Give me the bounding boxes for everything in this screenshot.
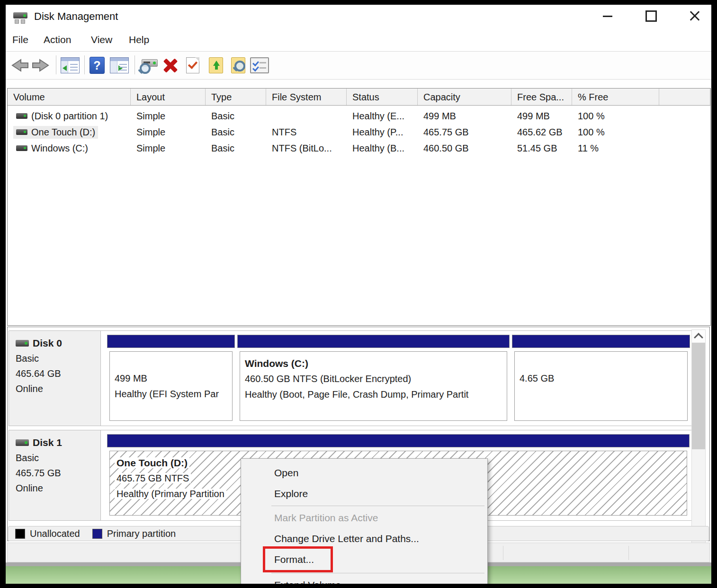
delete-x-icon [162, 57, 179, 73]
explore-button[interactable] [227, 55, 249, 75]
disk-name: Disk 0 [33, 338, 62, 349]
disk-0-label[interactable]: Disk 0 Basic 465.64 GB Online [9, 331, 101, 426]
minimize-button[interactable] [597, 8, 618, 25]
volume-drive-icon [16, 129, 27, 135]
forward-arrow-icon [32, 58, 50, 72]
col-layout[interactable]: Layout [131, 89, 206, 105]
properties-button[interactable] [248, 55, 271, 75]
mark-document-button[interactable] [183, 55, 203, 75]
unallocated-swatch [15, 529, 25, 539]
partition-name: One Touch (D:) [115, 457, 189, 468]
maximize-button[interactable] [640, 8, 662, 25]
col-status[interactable]: Status [347, 89, 418, 105]
col-capacity[interactable]: Capacity [418, 89, 511, 105]
scrollbar-thumb[interactable] [692, 343, 705, 449]
cell-free-space: 499 MB [511, 111, 572, 122]
close-button[interactable] [684, 8, 706, 25]
open-folder-icon [209, 57, 223, 73]
back-button[interactable] [9, 55, 30, 75]
unallocated-label: Unallocated [30, 528, 80, 539]
menu-action[interactable]: Action [40, 33, 75, 49]
maximize-icon [645, 10, 657, 22]
frame-top [0, 0, 717, 5]
partition-size: 465.75 GB NTFS [115, 473, 191, 483]
disk-status: Online [16, 483, 100, 494]
menu-file[interactable]: File [9, 33, 32, 49]
frame-left [0, 0, 6, 588]
scroll-up-button[interactable] [692, 330, 705, 342]
explore-folder-icon [231, 57, 245, 73]
disk-1-label[interactable]: Disk 1 Basic 465.75 GB Online [9, 430, 101, 520]
partition-recovery[interactable]: 4.65 GB [512, 335, 690, 422]
cell-free-space: 51.45 GB [511, 143, 572, 154]
col-filler [659, 89, 710, 105]
disk-size: 465.64 GB [16, 368, 100, 379]
disk-icon [16, 439, 29, 446]
disk-kind: Basic [16, 353, 100, 364]
col-type[interactable]: Type [206, 89, 266, 105]
volume-table-header: Volume Layout Type File System Status Ca… [8, 89, 710, 106]
delete-button[interactable] [160, 55, 181, 75]
partition-status: Healthy (Boot, Page File, Crash Dump, Pr… [245, 387, 507, 402]
menu-item-explore[interactable]: Explore [241, 483, 487, 504]
title-bar: Disk Management [6, 5, 711, 29]
partition-context-menu: Open Explore Mark Partition as Active Ch… [241, 458, 488, 588]
cell-pct-free: 11 % [572, 143, 659, 154]
partition-efi[interactable]: 499 MB Healthy (EFI System Par [107, 335, 235, 422]
show-action-pane-button[interactable] [108, 55, 131, 75]
disk-drive-app-icon [13, 10, 28, 25]
cell-pct-free: 100 % [572, 127, 659, 138]
open-button[interactable] [206, 55, 226, 75]
cell-type: Basic [206, 143, 266, 154]
menu-item-open[interactable]: Open [241, 463, 487, 483]
help-icon: ? [90, 57, 105, 74]
volume-name: Windows (C:) [31, 143, 88, 154]
screenshot-canvas: { "window": { "title": "Disk Management"… [0, 0, 717, 588]
scan-disk-icon [140, 57, 158, 73]
properties-checklist-icon [250, 57, 269, 73]
cell-layout: Simple [131, 127, 206, 138]
menu-help[interactable]: Help [125, 33, 153, 49]
col-free-space[interactable]: Free Spa... [511, 89, 572, 105]
cell-status: Healthy (P... [347, 127, 418, 138]
back-arrow-icon [11, 58, 29, 72]
disk-0-row: Disk 0 Basic 465.64 GB Online 499 MB Hea… [9, 330, 692, 426]
menu-item-mark-partition-active: Mark Partition as Active [241, 508, 487, 528]
chevron-up-icon [694, 333, 703, 342]
help-button[interactable]: ? [87, 55, 107, 75]
col-pct-free[interactable]: % Free [572, 89, 659, 105]
cell-type: Basic [206, 127, 266, 138]
volume-drive-icon [16, 113, 27, 119]
partition-status: Healthy (EFI System Par [115, 386, 232, 402]
table-row[interactable]: Windows (C:) Simple Basic NTFS (BitLo...… [8, 140, 710, 156]
disk-name: Disk 1 [33, 437, 62, 448]
volume-drive-icon [16, 145, 27, 151]
col-file-system[interactable]: File System [266, 89, 347, 105]
partition-color-bar [107, 335, 235, 348]
toolbar: ? [6, 52, 711, 80]
action-pane-icon [110, 57, 129, 73]
volume-name: (Disk 0 partition 1) [31, 111, 108, 122]
forward-button[interactable] [30, 55, 51, 75]
disk-icon [16, 340, 29, 347]
cell-capacity: 465.75 GB [418, 127, 511, 138]
frame-right [711, 0, 717, 588]
partition-color-bar [512, 335, 690, 348]
menu-separator [271, 573, 484, 573]
partition-windows-c[interactable]: Windows (C:) 460.50 GB NTFS (BitLocker E… [237, 335, 510, 422]
window-title: Disk Management [34, 10, 118, 23]
partition-size: 499 MB [115, 371, 232, 386]
partition-size: 460.50 GB NTFS (BitLocker Encrypted) [245, 371, 507, 387]
cell-layout: Simple [131, 111, 206, 122]
drive-body [13, 12, 27, 18]
col-volume[interactable]: Volume [8, 89, 131, 105]
table-row[interactable]: (Disk 0 partition 1) Simple Basic Health… [8, 108, 710, 124]
format-highlight-annotation [263, 546, 333, 572]
primary-partition-swatch [92, 529, 102, 539]
frame-bottom [0, 584, 717, 588]
table-row[interactable]: One Touch (D:) Simple Basic NTFS Healthy… [8, 124, 710, 140]
cell-type: Basic [206, 111, 266, 122]
scan-disk-button[interactable] [137, 55, 160, 75]
show-console-tree-button[interactable] [59, 55, 81, 75]
menu-view[interactable]: View [87, 33, 116, 49]
